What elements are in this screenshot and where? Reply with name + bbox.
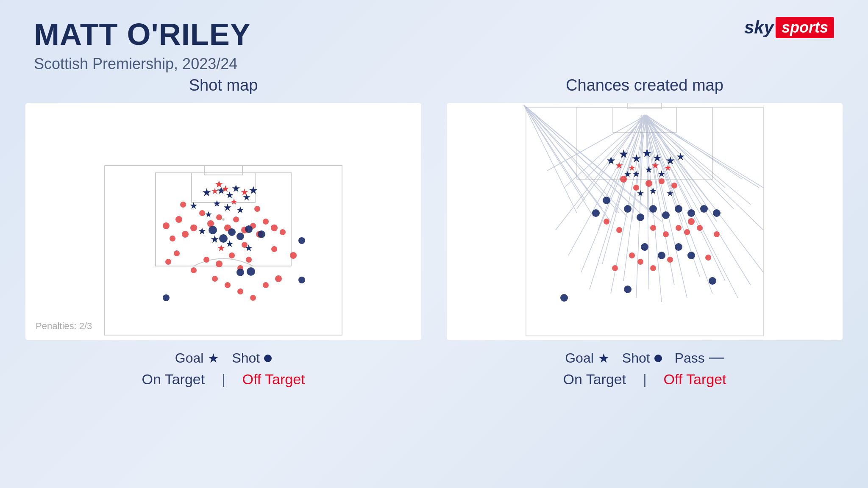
header: MATT O'RILEY Scottish Premiership, 2023/…	[34, 17, 251, 73]
shot-legend: Shot	[622, 350, 662, 366]
svg-text:★: ★	[230, 197, 238, 206]
svg-text:★: ★	[240, 187, 249, 197]
chances-map-pitch: ★ ★ ★ ★ ★ ★ ★ ★ ★ ★ ★ ★ ★ ★ ★ ★ ★ ★	[447, 103, 843, 340]
svg-text:★: ★	[664, 163, 672, 172]
svg-point-168	[709, 277, 716, 285]
svg-point-13	[216, 214, 222, 220]
chances-map-section: Chances created map	[447, 76, 843, 393]
shot-label: Shot	[232, 350, 260, 366]
goal-star-icon: ★	[208, 351, 219, 366]
svg-point-146	[629, 252, 635, 258]
svg-point-29	[225, 282, 231, 288]
svg-text:★: ★	[637, 189, 644, 198]
svg-point-138	[604, 219, 609, 225]
on-target-label: On Target	[142, 371, 205, 388]
svg-point-167	[624, 286, 632, 293]
svg-text:★: ★	[245, 243, 253, 253]
svg-point-39	[180, 202, 186, 208]
maps-container: Shot map	[25, 76, 843, 393]
svg-point-159	[675, 205, 682, 213]
shot-map-section: Shot map	[25, 76, 421, 393]
svg-text:★: ★	[649, 186, 657, 196]
svg-point-24	[229, 252, 235, 258]
svg-text:★: ★	[221, 183, 230, 194]
svg-point-161	[700, 205, 708, 213]
svg-point-143	[688, 218, 695, 225]
svg-point-61	[228, 228, 236, 236]
shot-map-pitch: ★ ★ ★ ★ ★ ★ ★ ★ ★ ★ ★ ★ ★ ★ ★	[25, 103, 421, 340]
svg-text:★: ★	[231, 183, 241, 194]
svg-point-60	[219, 234, 228, 243]
svg-point-162	[713, 209, 721, 217]
svg-point-7	[175, 216, 182, 223]
svg-point-40	[254, 206, 260, 212]
svg-text:★: ★	[189, 200, 198, 211]
svg-point-8	[182, 231, 189, 238]
svg-rect-73	[522, 103, 768, 340]
svg-point-164	[675, 243, 682, 251]
svg-point-21	[280, 229, 286, 235]
svg-point-35	[165, 259, 171, 265]
svg-point-151	[705, 255, 711, 261]
svg-point-137	[671, 183, 677, 189]
sky-text: sky	[744, 17, 774, 38]
goal-legend: Goal ★	[565, 350, 609, 366]
svg-point-38	[290, 252, 297, 259]
svg-point-163	[641, 243, 648, 251]
svg-point-64	[258, 230, 265, 238]
legend-row-2: On Target | Off Target	[563, 371, 726, 388]
svg-text:★: ★	[615, 160, 623, 171]
pass-line-icon	[709, 358, 724, 359]
svg-point-148	[667, 257, 673, 263]
svg-point-160	[687, 209, 695, 217]
svg-point-149	[650, 265, 656, 271]
svg-point-169	[560, 294, 568, 302]
svg-point-139	[616, 227, 622, 233]
legend-row-2: On Target | Off Target	[142, 371, 305, 388]
chances-map-legend: Goal ★ Shot Pass On Target | Off Target	[563, 350, 726, 393]
svg-text:★: ★	[606, 154, 616, 167]
svg-text:★: ★	[666, 189, 674, 198]
svg-point-166	[687, 252, 695, 259]
svg-text:★: ★	[651, 160, 659, 171]
svg-point-65	[247, 267, 255, 276]
goal-star-icon: ★	[598, 351, 609, 366]
shot-label: Shot	[622, 350, 650, 366]
svg-text:★: ★	[211, 186, 219, 196]
svg-point-59	[209, 226, 217, 234]
svg-text:★: ★	[202, 186, 211, 199]
separator: |	[222, 372, 225, 387]
legend-row-1: Goal ★ Shot Pass	[563, 350, 726, 366]
svg-point-152	[714, 231, 720, 237]
svg-point-144	[684, 229, 690, 235]
goal-legend: Goal ★	[175, 350, 220, 366]
svg-point-23	[216, 261, 223, 267]
pass-legend: Pass	[675, 350, 724, 366]
svg-point-28	[212, 276, 218, 282]
svg-point-136	[659, 178, 665, 184]
svg-point-43	[298, 277, 305, 283]
on-target-label: On Target	[563, 371, 626, 388]
svg-point-33	[275, 275, 282, 282]
legend-row-1: Goal ★ Shot	[142, 350, 305, 366]
svg-point-140	[650, 225, 656, 231]
svg-point-22	[203, 257, 209, 263]
svg-point-150	[612, 265, 618, 271]
off-target-label: Off Target	[663, 371, 726, 388]
svg-point-141	[663, 231, 669, 237]
shot-dot-icon	[264, 355, 272, 362]
svg-rect-0	[100, 103, 346, 340]
sky-sports-logo: sky sports	[744, 17, 834, 38]
svg-point-10	[190, 225, 197, 231]
svg-text:★: ★	[618, 147, 629, 161]
svg-point-27	[191, 267, 197, 273]
svg-point-42	[298, 237, 305, 244]
svg-point-9	[170, 236, 175, 241]
svg-point-6	[163, 222, 170, 229]
svg-text:★: ★	[213, 198, 221, 209]
penalties-note: Penalties: 2/3	[36, 321, 92, 332]
svg-point-157	[649, 205, 657, 213]
off-target-label: Off Target	[242, 371, 305, 388]
svg-point-153	[592, 209, 600, 217]
svg-point-32	[263, 282, 269, 288]
